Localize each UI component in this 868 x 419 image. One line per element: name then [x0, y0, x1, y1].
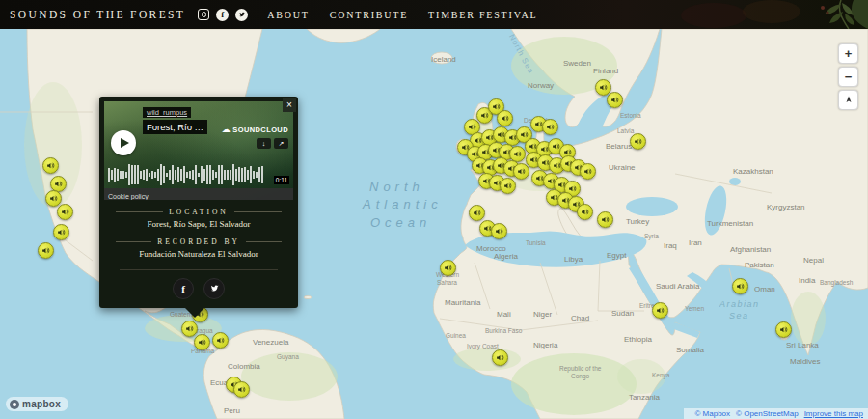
mapbox-icon: [10, 400, 19, 409]
mapbox-wordmark: mapbox: [22, 399, 61, 409]
site-header: SOUNDS OF THE FOREST f ABOUT CONTRIBUTE …: [0, 0, 868, 29]
soundcloud-logo: ☁ SOUNDCLOUD: [222, 125, 288, 134]
facebook-icon[interactable]: f: [216, 9, 229, 21]
sound-marker[interactable]: [652, 302, 668, 319]
facebook-share-button[interactable]: f: [173, 278, 194, 299]
sounds-of-the-forest-app: IcelandSwedenFinlandNorwayDenmarkEstonia…: [0, 0, 868, 419]
sound-marker[interactable]: [513, 163, 529, 180]
zoom-in-button[interactable]: +: [838, 43, 858, 64]
embed-footer: Cookie policy: [104, 188, 293, 200]
download-icon[interactable]: ↓: [257, 138, 271, 149]
mapbox-logo[interactable]: mapbox: [6, 397, 68, 411]
sound-marker[interactable]: [492, 349, 508, 366]
nav-about[interactable]: ABOUT: [267, 10, 309, 20]
sound-marker[interactable]: [491, 223, 507, 239]
sound-marker[interactable]: [42, 157, 59, 174]
nav-contribute[interactable]: CONTRIBUTE: [330, 10, 408, 20]
location-heading: LOCATION: [116, 208, 282, 216]
sound-marker[interactable]: [53, 224, 69, 240]
instagram-icon[interactable]: [198, 9, 209, 20]
main-nav: ABOUT CONTRIBUTE TIMBER FESTIVAL: [267, 10, 537, 20]
nav-timber-festival[interactable]: TIMBER FESTIVAL: [428, 10, 537, 20]
waveform[interactable]: [108, 163, 289, 186]
sound-marker[interactable]: [607, 92, 623, 108]
sound-marker[interactable]: [577, 204, 593, 220]
sound-marker[interactable]: [57, 204, 73, 220]
twitter-share-button[interactable]: [203, 278, 225, 299]
compass-needle-icon: [843, 95, 854, 106]
sound-marker[interactable]: [497, 110, 513, 126]
sound-marker[interactable]: [732, 278, 748, 294]
sound-popup: × wild_rumpus Forest, Río … ☁ SOUNDCLOUD…: [99, 97, 298, 308]
twitter-icon[interactable]: [235, 9, 248, 21]
soundcloud-wordmark: SOUNDCLOUD: [232, 126, 288, 134]
popup-pointer: [185, 308, 204, 318]
sound-marker[interactable]: [45, 190, 62, 207]
play-icon: [121, 138, 129, 148]
sound-marker[interactable]: [469, 205, 485, 221]
close-icon[interactable]: ×: [283, 98, 296, 112]
sound-marker[interactable]: [775, 321, 792, 338]
sound-marker[interactable]: [233, 381, 250, 398]
sound-marker[interactable]: [38, 242, 54, 259]
header-social-icons: f: [198, 9, 248, 21]
fern-decoration: [656, 0, 868, 29]
osm-attribution-link[interactable]: © OpenStreetMap: [736, 409, 799, 418]
sound-marker[interactable]: [212, 332, 229, 349]
site-title[interactable]: SOUNDS OF THE FOREST: [10, 9, 185, 20]
twitter-bird-icon: [209, 283, 220, 293]
location-value: Forest, Río Sapo, El Salvador: [110, 219, 287, 230]
sound-marker[interactable]: [440, 260, 456, 276]
improve-map-link[interactable]: Improve this map: [804, 409, 863, 418]
compass-button[interactable]: [838, 90, 858, 110]
sound-marker[interactable]: [580, 163, 596, 180]
cookie-policy-link[interactable]: Cookie policy: [108, 193, 149, 200]
twitter-bird-icon: [238, 11, 246, 18]
zoom-out-button[interactable]: −: [838, 67, 858, 87]
cloud-icon: ☁: [222, 125, 231, 134]
map-attribution: © Mapbox© OpenStreetMapImprove this map: [684, 408, 868, 419]
sound-marker[interactable]: [630, 133, 646, 150]
sound-marker[interactable]: [181, 321, 198, 337]
recorded-by-heading: RECORDED BY: [116, 237, 282, 246]
sound-marker[interactable]: [597, 211, 613, 228]
sound-marker[interactable]: [542, 119, 558, 135]
share-icon[interactable]: ↗: [274, 138, 288, 149]
sound-marker[interactable]: [500, 178, 516, 194]
sound-marker[interactable]: [194, 334, 210, 350]
track-duration: 0:11: [274, 176, 289, 184]
divider: [120, 269, 278, 270]
track-title[interactable]: Forest, Río …: [143, 120, 207, 134]
recorded-by-value: Fundación Naturaleza El Salvador: [110, 249, 287, 260]
soundcloud-embed[interactable]: wild_rumpus Forest, Río … ☁ SOUNDCLOUD ↓…: [104, 101, 293, 200]
map-controls: + −: [838, 43, 858, 110]
play-button[interactable]: [111, 130, 136, 155]
embed-actions: ↓ ↗: [257, 138, 288, 149]
mapbox-attribution-link[interactable]: © Mapbox: [694, 409, 730, 418]
popup-social-row: f: [104, 278, 293, 299]
uploader-link[interactable]: wild_rumpus: [143, 107, 191, 118]
